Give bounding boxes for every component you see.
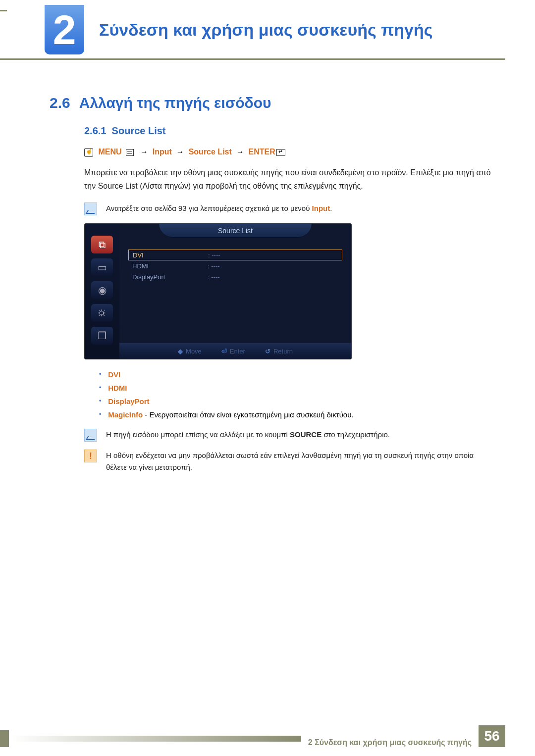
osd-foot-enter: ⏎Enter (221, 348, 245, 355)
note-text: Η πηγή εισόδου μπορεί επίσης να αλλάξει … (106, 429, 390, 441)
bullet-dvi: DVI (99, 370, 495, 379)
note-keyword: SOURCE (290, 430, 321, 439)
warning-icon: ! (84, 450, 97, 462)
enter-icon (276, 149, 285, 156)
note-pre: Η πηγή εισόδου μπορεί επίσης να αλλάξει … (106, 430, 290, 439)
osd-footer: ◆Move ⏎Enter ↺Return (119, 343, 351, 359)
osd-row-dvi: DVI : ---- (128, 250, 342, 260)
chapter-number: 2 (45, 5, 84, 54)
divider (0, 58, 505, 60)
warning-text: Η οθόνη ενδέχεται να μην προβάλλεται σωσ… (106, 450, 495, 473)
osd-row-value: : ---- (208, 252, 220, 259)
arrow: → (176, 148, 184, 156)
decorative-tick (0, 10, 7, 11)
chapter-title: Σύνδεση και χρήση μιας συσκευής πηγής (99, 20, 432, 40)
note-keyword: Input (312, 204, 330, 212)
osd-sidebar: ⧉ ▭ ◉ ⛭ ❐ (85, 224, 119, 359)
osd-row-hdmi: HDMI : ---- (128, 260, 342, 271)
menu-path: MENU → Input → Source List → ENTER (84, 148, 495, 157)
osd-row-value: : ---- (208, 273, 220, 281)
section-number: 2.6 (50, 95, 70, 111)
osd-tab-audio-icon: ◉ (91, 281, 113, 299)
bullet-magicinfo: MagicInfo - Ενεργοποιείται όταν είναι εγ… (99, 410, 495, 419)
osd-row-label: HDMI (128, 262, 208, 270)
osd-row-value: : ---- (208, 262, 220, 270)
body-paragraph: Μπορείτε να προβάλετε την οθόνη μιας συσ… (84, 166, 495, 193)
arrow: → (140, 148, 148, 156)
bullet-hdmi: HDMI (99, 384, 495, 392)
osd-body: DVI : ---- HDMI : ---- DisplayPort : ---… (119, 238, 351, 343)
note-icon (84, 429, 97, 442)
note-source-button: Η πηγή εισόδου μπορεί επίσης να αλλάξει … (84, 429, 495, 442)
menu-path-menu: MENU (98, 148, 121, 156)
section-heading: 2.6Αλλαγή της πηγής εισόδου (50, 95, 495, 111)
subsection-heading: 2.6.1 Source List (84, 125, 495, 137)
osd-foot-return: ↺Return (265, 348, 293, 355)
note-icon (84, 202, 97, 215)
osd-tab-input-icon: ⧉ (91, 236, 113, 253)
osd-row-label: DisplayPort (128, 273, 208, 281)
source-bullets: DVI HDMI DisplayPort MagicInfo - Ενεργοπ… (99, 370, 495, 419)
footer-chapter-text: 2 Σύνδεση και χρήση μιας συσκευής πηγής (308, 738, 472, 747)
note-post: . (330, 204, 332, 212)
footer-page-number: 56 (479, 725, 505, 747)
osd-screenshot: ⧉ ▭ ◉ ⛭ ❐ Source List DVI : ---- HDMI : … (84, 223, 352, 359)
subsection-number: 2.6.1 (84, 125, 106, 136)
footer-tick (0, 730, 9, 747)
osd-tab-setup-icon: ⛭ (91, 304, 113, 322)
osd-row-label: DVI (129, 252, 208, 259)
subsection-title: Source List (112, 125, 166, 136)
menu-path-input: Input (153, 148, 172, 156)
osd-row-displayport: DisplayPort : ---- (128, 271, 342, 282)
osd-tab-picture-icon: ▭ (91, 258, 113, 276)
section-title: Αλλαγή της πηγής εισόδου (79, 95, 271, 111)
menu-grid-icon (126, 149, 134, 156)
menu-path-enter: ENTER (249, 148, 275, 156)
osd-foot-move: ◆Move (178, 348, 202, 355)
note-pre: Ανατρέξτε στο σελίδα 93 για λεπτομέρειες… (106, 204, 312, 212)
page-footer: 2 Σύνδεση και χρήση μιας συσκευής πηγής … (0, 725, 535, 747)
note-post: στο τηλεχειριστήριο. (321, 430, 390, 439)
footer-gradient (12, 736, 301, 742)
osd-tab-multi-icon: ❐ (91, 327, 113, 345)
bullet-displayport: DisplayPort (99, 397, 495, 405)
note-text: Ανατρέξτε στο σελίδα 93 για λεπτομέρειες… (106, 202, 332, 214)
remote-icon (84, 148, 93, 157)
warning-note: ! Η οθόνη ενδέχεται να μην προβάλλεται σ… (84, 450, 495, 473)
menu-path-sourcelist: Source List (189, 148, 232, 156)
chapter-header: 2 Σύνδεση και χρήση μιας συσκευής πηγής (45, 5, 535, 54)
osd-title: Source List (159, 224, 312, 238)
arrow: → (236, 148, 244, 156)
note-reference: Ανατρέξτε στο σελίδα 93 για λεπτομέρειες… (84, 202, 495, 215)
